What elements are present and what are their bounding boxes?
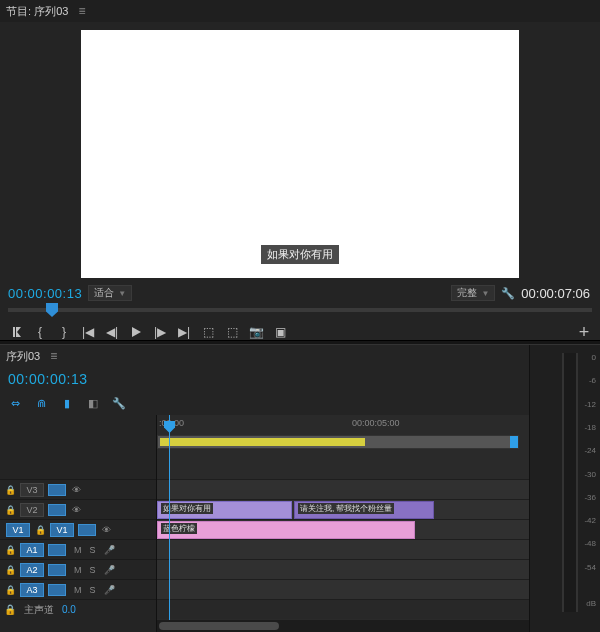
track-lane-master[interactable] [157,599,529,619]
solo-button[interactable]: S [90,585,96,595]
clip[interactable]: 蓝色柠檬 [157,521,415,539]
scrollbar-thumb[interactable] [159,622,279,630]
track-content[interactable]: :00:00 00:00:05:00 如果对你有用 请关注我, 帮我找个粉丝量 [157,415,529,632]
clip[interactable]: 如果对你有用 [157,501,292,519]
program-tab[interactable]: 节目: 序列03 [6,4,68,19]
track-lane-a1[interactable] [157,539,529,559]
lock-icon[interactable]: 🔒 [34,525,46,535]
settings-icon[interactable]: ◧ [86,397,100,410]
subtitle-overlay: 如果对你有用 [261,245,339,264]
extract-icon[interactable]: ⬚ [224,324,240,340]
timeline-playhead[interactable] [169,415,170,632]
horizontal-scrollbar[interactable] [157,620,529,632]
timeline-timecode[interactable]: 00:00:00:13 [8,371,87,387]
lock-icon[interactable]: 🔒 [4,565,16,575]
linked-selection-icon[interactable]: ⋒ [34,397,48,410]
chevron-down-icon: ▼ [481,289,489,298]
mark-out-icon[interactable]: { [32,324,48,340]
mark-clip-icon[interactable]: } [56,324,72,340]
video-frame[interactable]: 如果对你有用 [81,30,519,278]
track-lane-v1[interactable]: 蓝色柠檬 [157,519,529,539]
program-monitor: 节目: 序列03 ≡ 如果对你有用 00:00:00:13 适合 ▼ 完整 ▼ … [0,0,600,340]
lift-icon[interactable]: ⬚ [200,324,216,340]
comparison-icon[interactable]: ▣ [272,324,288,340]
panel-menu-icon[interactable]: ≡ [78,4,85,18]
eye-icon[interactable]: 👁 [70,505,82,515]
program-info-row: 00:00:00:13 适合 ▼ 完整 ▼ 🔧 00:00:07:06 [0,282,600,302]
step-back-icon[interactable]: ◀| [104,324,120,340]
track-lane-a2[interactable] [157,559,529,579]
track-toggle[interactable] [48,544,66,556]
eye-icon[interactable]: 👁 [70,485,82,495]
track-toggle[interactable] [48,564,66,576]
mark-in-icon[interactable] [8,324,24,340]
meter-label: -18 [584,423,596,432]
voice-record-icon[interactable]: 🎤 [104,565,115,575]
track-label[interactable]: A1 [20,543,44,557]
meter-label: dB [586,599,596,608]
scrub-bar[interactable] [0,302,600,318]
audio-track-header[interactable]: 🔒 A1 M S 🎤 [0,539,156,559]
lock-icon[interactable]: 🔒 [4,545,16,555]
track-lane-a3[interactable] [157,579,529,599]
meter-label: -36 [584,493,596,502]
master-track-header[interactable]: 🔒 主声道 0.0 [0,599,156,619]
lock-icon[interactable]: 🔒 [4,505,16,515]
mute-button[interactable]: M [74,585,82,595]
current-timecode[interactable]: 00:00:00:13 [8,286,82,301]
source-patch[interactable]: V1 [6,523,30,537]
track-lane-v2[interactable]: 如果对你有用 请关注我, 帮我找个粉丝量 [157,499,529,519]
resolution-dropdown[interactable]: 完整 ▼ [451,285,495,301]
track-label[interactable]: A3 [20,583,44,597]
lock-icon[interactable]: 🔒 [4,585,16,595]
work-area-end-handle[interactable] [510,436,518,448]
play-icon[interactable] [128,324,144,340]
program-sequence-name: 序列03 [34,5,68,17]
go-to-in-icon[interactable]: |◀ [80,324,96,340]
video-track-header[interactable]: V1 🔒 V1 👁 [0,519,156,539]
audio-track-header[interactable]: 🔒 A3 M S 🎤 [0,579,156,599]
lock-icon[interactable]: 🔒 [4,485,16,495]
track-label[interactable]: A2 [20,563,44,577]
export-frame-icon[interactable]: 📷 [248,324,264,340]
track-toggle[interactable] [48,504,66,516]
track-label[interactable]: V1 [50,523,74,537]
master-value[interactable]: 0.0 [62,604,76,615]
meter-label: -12 [584,400,596,409]
work-area-bar[interactable] [157,435,519,449]
clip[interactable]: 请关注我, 帮我找个粉丝量 [294,501,434,519]
track-lane-v3[interactable] [157,479,529,499]
time-ruler[interactable]: :00:00 00:00:05:00 [157,415,529,435]
voice-record-icon[interactable]: 🎤 [104,545,115,555]
mute-button[interactable]: M [74,565,82,575]
go-to-out-icon[interactable]: ▶| [176,324,192,340]
lock-icon[interactable]: 🔒 [4,604,16,615]
clip-label: 蓝色柠檬 [161,523,197,534]
meter-label: 0 [592,353,596,362]
track-label[interactable]: V2 [20,503,44,517]
audio-track-header[interactable]: 🔒 A2 M S 🎤 [0,559,156,579]
track-toggle[interactable] [78,524,96,536]
scrub-playhead[interactable] [46,303,58,317]
timeline-tab[interactable]: 序列03 [6,349,40,364]
snap-icon[interactable]: ⇔ [8,397,22,410]
video-track-header[interactable]: 🔒 V3 👁 [0,479,156,499]
track-toggle[interactable] [48,584,66,596]
zoom-fit-dropdown[interactable]: 适合 ▼ [88,285,132,301]
track-label[interactable]: V3 [20,483,44,497]
meter-label: -6 [589,376,596,385]
mute-button[interactable]: M [74,545,82,555]
video-track-header[interactable]: 🔒 V2 👁 [0,499,156,519]
solo-button[interactable]: S [90,565,96,575]
eye-icon[interactable]: 👁 [100,525,112,535]
voice-record-icon[interactable]: 🎤 [104,585,115,595]
button-editor-icon[interactable]: + [576,324,592,340]
step-forward-icon[interactable]: |▶ [152,324,168,340]
settings-icon[interactable]: 🔧 [501,287,515,300]
track-toggle[interactable] [48,484,66,496]
solo-button[interactable]: S [90,545,96,555]
panel-menu-icon[interactable]: ≡ [50,349,57,363]
wrench-icon[interactable]: 🔧 [112,397,126,410]
marker-icon[interactable]: ▮ [60,397,74,410]
meter-label: -54 [584,563,596,572]
